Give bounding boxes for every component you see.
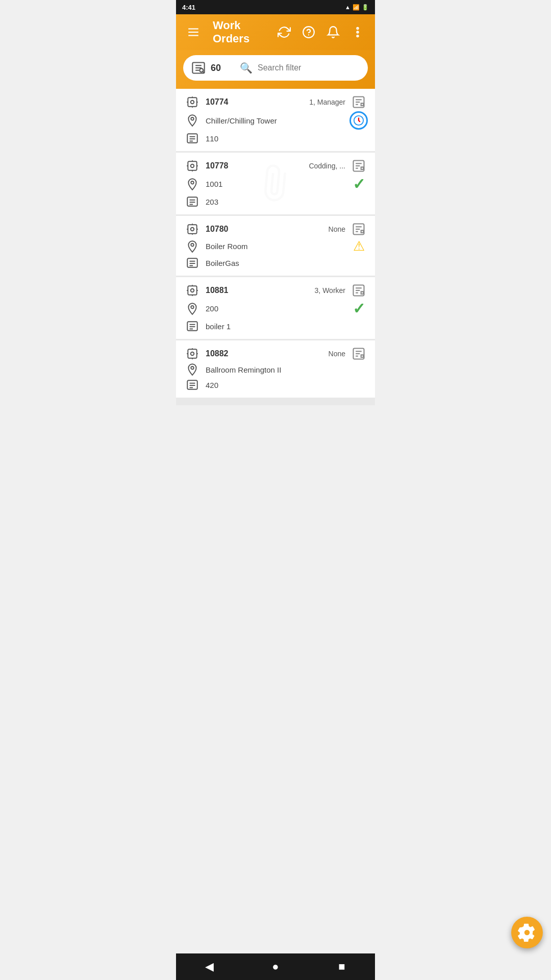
wo-tag-icon: [183, 195, 202, 208]
wo-type-icon: [183, 159, 202, 173]
wo-note-icon: [349, 347, 368, 361]
wo-tag: 203: [206, 195, 368, 208]
wo-status-icon: ⚠: [349, 238, 368, 254]
wo-location-icon: [183, 111, 202, 130]
wo-assignee: None: [329, 222, 345, 236]
help-icon[interactable]: [299, 23, 318, 41]
page-title: Work Orders: [213, 19, 269, 45]
svg-point-61: [191, 289, 194, 292]
svg-point-55: [191, 243, 193, 246]
wo-assignee: None: [329, 347, 345, 361]
wo-note-icon: [349, 95, 368, 109]
work-order-item[interactable]: 10882 None Ballroom Remington II: [176, 340, 375, 398]
wo-id: 10778: [206, 159, 305, 173]
svg-point-12: [199, 68, 203, 72]
svg-point-70: [191, 306, 193, 308]
wo-type-icon: [183, 222, 202, 236]
app-header: Work Orders: [176, 14, 375, 50]
status-icons: ▲ 📶 🔋: [345, 4, 369, 11]
svg-point-5: [357, 28, 358, 29]
wo-location: 200: [206, 300, 345, 317]
wo-tag-icon: [183, 132, 202, 145]
wo-location: Chiller/Chilling Tower: [206, 111, 345, 130]
work-order-item[interactable]: 10778 Codding, ... 1001 ✓: [176, 153, 375, 214]
svg-point-7: [357, 35, 358, 37]
wo-location-icon: [183, 300, 202, 317]
wo-location-icon: [183, 363, 202, 376]
svg-point-40: [191, 181, 193, 184]
svg-rect-45: [188, 225, 196, 233]
svg-rect-30: [188, 161, 196, 170]
work-order-item[interactable]: 10780 None Boiler Room ⚠: [176, 216, 375, 276]
wo-location-icon: [183, 175, 202, 193]
wo-status-icon: [349, 111, 368, 130]
wo-id: 10882: [206, 347, 324, 361]
wo-note-icon: [349, 222, 368, 236]
wo-tag-icon: [183, 256, 202, 270]
wo-assignee: Codding, ...: [309, 159, 345, 173]
wo-note-icon: [349, 283, 368, 298]
search-input[interactable]: [258, 63, 360, 72]
svg-rect-75: [188, 349, 196, 358]
wo-type-icon: [183, 347, 202, 361]
wo-id: 10780: [206, 222, 324, 236]
status-bar: 4:41 ▲ 📶 🔋: [176, 0, 375, 14]
wo-tag-icon: [183, 320, 202, 333]
wo-id: 10774: [206, 95, 305, 109]
wo-tag-icon: [183, 378, 202, 391]
wo-assignee: 3, Worker: [315, 283, 345, 298]
wo-location: 1001: [206, 175, 345, 193]
svg-point-6: [357, 31, 358, 33]
svg-point-46: [191, 228, 194, 231]
work-order-list: 10774 1, Manager Chiller/Chilling Tower: [176, 89, 375, 405]
svg-rect-60: [188, 286, 196, 295]
wo-status-icon: [349, 363, 368, 376]
more-icon[interactable]: [348, 23, 367, 41]
refresh-icon[interactable]: [275, 23, 293, 41]
wo-status-icon: ✓: [349, 300, 368, 317]
search-icon: 🔍: [240, 62, 253, 74]
wo-id: 10881: [206, 283, 311, 298]
wo-location-icon: [183, 238, 202, 254]
search-bar[interactable]: 60 🔍: [183, 55, 368, 81]
wo-tag: 110: [206, 132, 368, 145]
wo-status-icon: ✓: [349, 175, 368, 193]
wo-note-icon: [349, 159, 368, 173]
wo-tag: boiler 1: [206, 320, 368, 333]
work-order-count: 60: [211, 63, 221, 74]
wo-type-icon: [183, 95, 202, 109]
wo-tag: BoilerGas: [206, 256, 368, 270]
work-order-item[interactable]: 10881 3, Worker 200 ✓: [176, 277, 375, 339]
svg-point-85: [191, 366, 193, 369]
notification-icon[interactable]: [324, 23, 342, 41]
wo-tag: 420: [206, 378, 368, 391]
filter-icon[interactable]: [191, 61, 206, 75]
wo-location: Ballroom Remington II: [206, 363, 345, 376]
work-order-item[interactable]: 10774 1, Manager Chiller/Chilling Tower: [176, 89, 375, 151]
svg-point-76: [191, 352, 194, 356]
svg-point-31: [191, 164, 194, 168]
search-container: 60 🔍: [176, 50, 375, 89]
svg-rect-14: [188, 97, 196, 106]
status-time: 4:41: [182, 4, 195, 11]
svg-point-24: [191, 117, 193, 120]
menu-icon[interactable]: [184, 23, 203, 41]
svg-point-15: [191, 101, 194, 104]
wo-location: Boiler Room: [206, 238, 345, 254]
wo-type-icon: [183, 283, 202, 298]
wo-assignee: 1, Manager: [309, 95, 345, 109]
